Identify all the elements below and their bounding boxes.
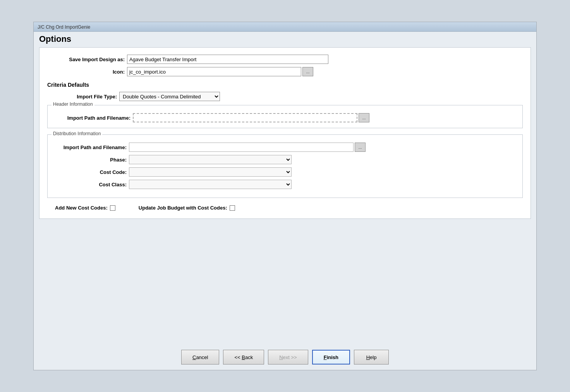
distribution-section-label: Distribution Information [52, 131, 102, 136]
add-cost-codes-group: Add New Cost Codes: [55, 205, 115, 211]
dist-path-input[interactable] [129, 143, 354, 152]
cost-class-wrapper [129, 180, 292, 189]
help-label: Help [366, 354, 377, 360]
header-path-row: Import Path and Filename: ... [53, 113, 517, 122]
help-button[interactable]: Help [354, 350, 389, 364]
add-cost-codes-checkbox[interactable] [110, 205, 115, 211]
header-section-label: Header Information [52, 101, 94, 107]
distribution-section: Distribution Information Import Path and… [47, 134, 523, 198]
page-title: Options [34, 32, 536, 47]
update-budget-checkbox[interactable] [230, 205, 235, 211]
save-import-input[interactable] [127, 55, 328, 64]
icon-input[interactable] [127, 67, 301, 76]
cancel-label: Cancel [192, 354, 208, 360]
save-import-label: Save Import Design as: [47, 57, 125, 62]
import-file-type-row: Import File Type: Double Quotes - Comma … [55, 92, 523, 101]
phase-row: Phase: [53, 155, 517, 164]
update-budget-label: Update Job Budget with Cost Codes: [139, 205, 227, 211]
window-title: J/C Chg Ord ImportGenie [38, 24, 90, 30]
phase-select[interactable] [129, 155, 292, 164]
header-path-label: Import Path and Filename: [53, 115, 130, 121]
finish-label: Finish [324, 354, 338, 360]
phase-label: Phase: [53, 157, 127, 163]
cost-code-label: Cost Code: [53, 169, 127, 175]
cost-code-wrapper [129, 167, 292, 177]
header-information-section: Header Information Import Path and Filen… [47, 105, 523, 128]
next-label: Next >> [279, 354, 297, 360]
title-bar: J/C Chg Ord ImportGenie [34, 22, 536, 32]
dist-path-label: Import Path and Filename: [53, 144, 127, 150]
cost-code-row: Cost Code: [53, 167, 517, 177]
next-button[interactable]: Next >> [268, 350, 308, 364]
cost-code-select[interactable] [129, 167, 292, 177]
cost-class-select[interactable] [129, 180, 292, 189]
dist-path-row: Import Path and Filename: ... [53, 143, 517, 152]
main-content: Save Import Design as: Icon: ... Criteri… [34, 47, 536, 342]
cost-class-row: Cost Class: [53, 180, 517, 189]
options-panel: Save Import Design as: Icon: ... Criteri… [39, 47, 531, 219]
finish-button[interactable]: Finish [312, 350, 350, 364]
phase-wrapper [129, 155, 292, 164]
dist-browse-button[interactable]: ... [355, 143, 366, 152]
import-file-type-wrapper: Double Quotes - Comma Delimited Comma De… [119, 92, 220, 101]
save-import-row: Save Import Design as: [47, 55, 523, 64]
import-file-type-select[interactable]: Double Quotes - Comma Delimited Comma De… [119, 92, 220, 101]
main-window: J/C Chg Ord ImportGenie Options Save Imp… [33, 22, 537, 370]
icon-row: Icon: ... [47, 67, 523, 76]
icon-label: Icon: [47, 69, 125, 75]
header-browse-button[interactable]: ... [359, 113, 369, 122]
update-budget-group: Update Job Budget with Cost Codes: [139, 205, 235, 211]
icon-browse-button[interactable]: ... [302, 67, 313, 76]
button-bar: Cancel << Back Next >> Finish Help [34, 342, 536, 370]
back-button[interactable]: << Back [223, 350, 264, 364]
back-label: << Back [234, 354, 253, 360]
criteria-defaults-section: Criteria Defaults Import File Type: Doub… [47, 82, 523, 211]
add-cost-codes-label: Add New Cost Codes: [55, 205, 108, 211]
cancel-button[interactable]: Cancel [181, 350, 219, 364]
header-path-input[interactable] [133, 113, 357, 122]
checkboxes-row: Add New Cost Codes: Update Job Budget wi… [47, 205, 523, 211]
cost-class-label: Cost Class: [53, 182, 127, 187]
criteria-defaults-title: Criteria Defaults [47, 82, 523, 88]
import-file-type-label: Import File Type: [55, 94, 117, 100]
